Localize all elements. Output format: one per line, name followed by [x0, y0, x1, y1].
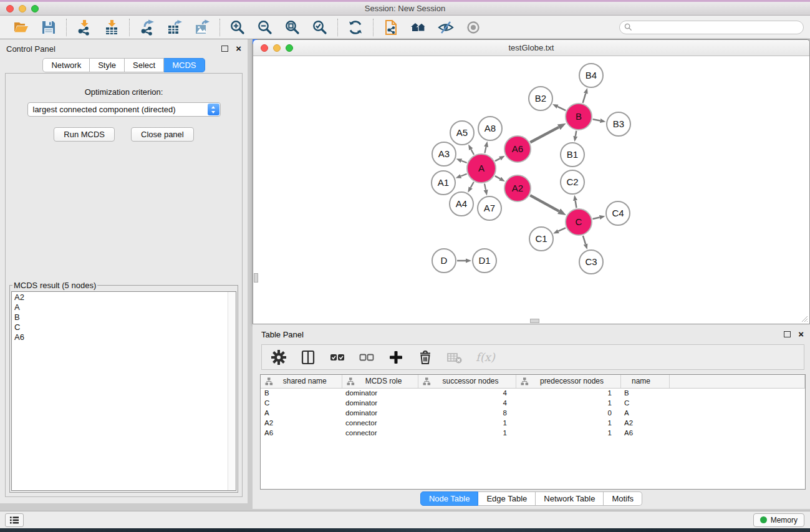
hide-selected-icon[interactable] [436, 19, 455, 36]
graph-node-A2[interactable]: A2 [504, 175, 531, 201]
float-table-panel-icon[interactable] [784, 331, 791, 337]
criterion-dropdown[interactable]: largest connected component (directed) [27, 102, 221, 117]
table-row[interactable]: Bdominator41B [261, 388, 805, 398]
network-window-titlebar[interactable]: testGlobe.txt [253, 40, 809, 56]
graph-node-A1[interactable]: A1 [432, 171, 455, 195]
float-panel-icon[interactable] [221, 46, 228, 52]
settings-gear-icon[interactable] [271, 349, 287, 366]
zoom-out-icon[interactable] [256, 19, 274, 36]
graph-node-B3[interactable]: B3 [607, 112, 630, 136]
zoom-in-icon[interactable] [228, 19, 247, 36]
split-panel-icon[interactable] [300, 349, 316, 366]
graph-edge-B-B2[interactable] [557, 107, 566, 110]
graph-node-B2[interactable]: B2 [529, 87, 552, 110]
graph-edge-A-A6[interactable] [495, 158, 500, 161]
home-first-neighbors-icon[interactable] [409, 19, 428, 36]
vertical-scroll-thumb[interactable] [254, 273, 258, 283]
table-row[interactable]: A2connector11A2 [261, 418, 805, 428]
search-field[interactable] [619, 21, 804, 34]
graph-edge-A-A5[interactable] [471, 149, 474, 155]
import-network-icon[interactable] [75, 19, 94, 36]
graph-edge-B-B3[interactable] [593, 119, 600, 120]
graph-node-B4[interactable]: B4 [579, 64, 603, 87]
import-table-icon[interactable] [102, 19, 121, 36]
graph-node-D[interactable]: D [432, 249, 456, 273]
column-header-predecessor-nodes[interactable]: predecessor nodes [516, 375, 620, 388]
network-canvas[interactable]: AA6A2BCA5A8A3A1A4A7B2B4B3B1C2C4C1C3DD1 [254, 56, 809, 323]
graph-node-A7[interactable]: A7 [478, 196, 501, 220]
graph-node-B[interactable]: B [566, 104, 592, 130]
graph-edge-B-B1[interactable] [576, 131, 576, 137]
column-header-successor-nodes[interactable]: successor nodes [418, 375, 516, 388]
refresh-layout-icon[interactable] [346, 19, 365, 36]
select-all-icon[interactable] [329, 349, 345, 366]
export-image-icon[interactable] [193, 19, 211, 36]
add-column-icon[interactable] [388, 349, 404, 366]
delete-column-icon[interactable] [417, 349, 433, 366]
graph-node-A6[interactable]: A6 [504, 136, 531, 162]
close-table-panel-icon[interactable]: × [798, 331, 804, 337]
graph-edge-C-C1[interactable] [558, 228, 566, 231]
graph-node-D1[interactable]: D1 [473, 249, 496, 273]
tab-edge-table[interactable]: Edge Table [478, 491, 536, 506]
delete-table-icon[interactable] [446, 349, 463, 366]
graph-edge-A2-C[interactable] [530, 195, 559, 211]
tab-motifs[interactable]: Motifs [604, 491, 642, 506]
tab-mcds[interactable]: MCDS [164, 58, 205, 72]
network-from-file-icon[interactable] [382, 19, 400, 36]
graph-node-C2[interactable]: C2 [561, 170, 584, 194]
table-row[interactable]: A6connector11A6 [261, 428, 805, 438]
tab-network[interactable]: Network [42, 58, 90, 72]
graph-node-B1[interactable]: B1 [561, 143, 584, 167]
graph-edge-A-A7[interactable] [485, 183, 486, 190]
graph-edge-B-B4[interactable] [583, 94, 586, 103]
zoom-fit-icon[interactable] [283, 19, 302, 36]
export-network-icon[interactable] [138, 19, 157, 36]
memory-button[interactable]: Memory [753, 513, 804, 527]
tab-node-table[interactable]: Node Table [420, 491, 479, 506]
graph-edge-C-C3[interactable] [583, 236, 586, 244]
search-input[interactable] [632, 23, 803, 32]
graph-edge-A-A4[interactable] [471, 182, 474, 188]
graph-node-C[interactable]: C [566, 209, 592, 235]
run-mcds-button[interactable]: Run MCDS [54, 127, 115, 142]
graph-node-A5[interactable]: A5 [450, 121, 474, 145]
mcds-result-list[interactable]: A2ABCA6 [11, 291, 236, 491]
list-scrollbar[interactable] [228, 292, 236, 490]
mcds-result-item[interactable]: A2 [14, 293, 236, 302]
graph-edge-A6-B[interactable] [530, 127, 559, 142]
graph-node-A8[interactable]: A8 [478, 117, 502, 140]
graph-edge-C-C2[interactable] [576, 201, 577, 208]
graph-edge-A-A1[interactable] [461, 174, 467, 177]
column-header-shared-name[interactable]: shared name [261, 375, 342, 388]
graph-edge-A-A3[interactable] [461, 161, 467, 163]
mcds-result-item[interactable]: B [14, 312, 236, 322]
close-panel-icon[interactable]: × [236, 46, 241, 52]
graph-edge-A-A8[interactable] [485, 147, 486, 153]
show-all-icon[interactable] [464, 19, 483, 36]
mcds-result-item[interactable]: C [14, 322, 236, 332]
graph-node-A3[interactable]: A3 [432, 142, 456, 166]
table-row[interactable]: Adominator80A [261, 408, 805, 418]
open-folder-icon[interactable] [12, 19, 31, 36]
resize-grip-icon[interactable] [800, 314, 808, 322]
mcds-result-item[interactable]: A6 [14, 332, 236, 342]
graph-edge-A-A2[interactable] [495, 176, 500, 178]
zoom-selected-icon[interactable] [311, 19, 329, 36]
save-session-icon[interactable] [39, 19, 58, 36]
graph-node-C1[interactable]: C1 [529, 227, 553, 251]
close-panel-button[interactable]: Close panel [131, 127, 194, 142]
tab-style[interactable]: Style [90, 58, 125, 72]
column-header-MCDS-role[interactable]: MCDS role [342, 375, 418, 388]
graph-edge-C-C4[interactable] [592, 218, 599, 220]
graph-node-A[interactable]: A [467, 154, 496, 183]
horizontal-scroll-thumb[interactable] [530, 319, 539, 323]
table-row[interactable]: Cdominator41C [261, 398, 805, 408]
tab-network-table[interactable]: Network Table [536, 491, 604, 506]
graph-node-C3[interactable]: C3 [579, 250, 603, 274]
column-header-name[interactable]: name [620, 375, 669, 388]
deselect-all-icon[interactable] [359, 349, 375, 366]
graph-node-A4[interactable]: A4 [450, 192, 473, 216]
node-table[interactable]: shared nameMCDS rolesuccessor nodesprede… [260, 374, 806, 490]
apply-function-icon[interactable]: f(x) [476, 351, 495, 364]
